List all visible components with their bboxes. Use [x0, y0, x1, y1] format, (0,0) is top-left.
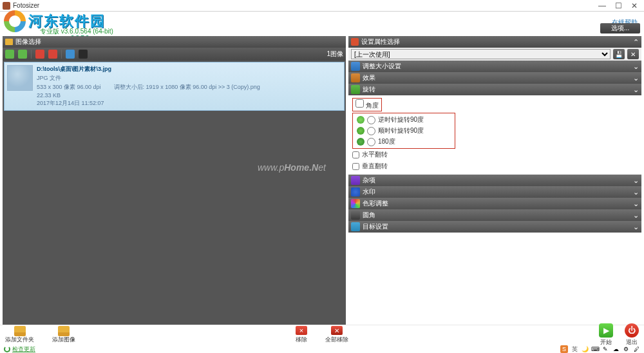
options-button[interactable]: 选项...	[600, 23, 640, 33]
section-label: 水印	[363, 187, 375, 196]
section-label: 旋转	[363, 85, 375, 94]
image-select-header: 图像选择	[3, 36, 346, 48]
expand-icon: ⌄	[633, 200, 639, 208]
profile-select[interactable]: [上一次使用]	[351, 49, 611, 59]
flip-v-label: 垂直翻转	[362, 162, 388, 171]
flip-v-checkbox[interactable]	[352, 163, 359, 170]
angle-checkbox[interactable]	[355, 99, 364, 108]
remove-all-label: 全部移除	[325, 336, 348, 344]
remove-all-icon[interactable]	[48, 50, 57, 59]
expand-icon: ⌄	[633, 62, 639, 71]
view-list-icon[interactable]	[66, 50, 75, 59]
toolbar-separator	[31, 50, 32, 59]
rotate-panel: 角度 逆时针旋转90度 顺时针旋转90度 180度	[348, 95, 641, 175]
section-misc[interactable]: 杂项 ⌄	[348, 175, 641, 186]
tray-icon[interactable]: 🌙	[581, 345, 589, 353]
remove-button[interactable]: 移除	[296, 326, 307, 344]
remove-all-button[interactable]: 全部移除	[325, 326, 348, 344]
image-count: 1图像	[327, 50, 343, 59]
brand-logo	[4, 10, 27, 33]
tray-icon[interactable]: ⌨	[591, 345, 599, 353]
view-thumb-icon[interactable]	[79, 50, 88, 59]
close-button[interactable]: ✕	[631, 1, 638, 10]
section-resize[interactable]: 调整大小设置 ⌄	[348, 61, 641, 72]
folder-icon	[5, 39, 13, 45]
add-file-icon[interactable]	[5, 50, 14, 59]
tray-icon[interactable]: ☁	[612, 345, 620, 353]
color-icon	[351, 199, 360, 208]
ime-icon[interactable]: S	[560, 345, 568, 353]
watermark-icon	[351, 187, 360, 196]
remove-all-icon	[331, 326, 343, 335]
section-label: 圆角	[363, 211, 375, 220]
expand-icon: ⌄	[633, 176, 639, 185]
section-label: 杂项	[363, 176, 375, 185]
check-update-link[interactable]: 检查更新	[12, 345, 35, 354]
item-type: JPG 文件	[37, 74, 260, 82]
rotate-cw-radio[interactable]	[367, 127, 375, 135]
rotate-180-icon	[357, 138, 365, 146]
folder-multi-icon	[58, 326, 70, 335]
app-icon	[3, 2, 10, 10]
tray-icon[interactable]: ⚙	[622, 345, 630, 353]
maximize-button[interactable]: ☐	[615, 1, 622, 10]
system-tray: S 英 🌙 ⌨ ✎ ☁ ⚙ 🖊	[560, 345, 640, 353]
section-dest[interactable]: 目标设置 ⌄	[348, 221, 641, 233]
right-blank	[348, 233, 641, 325]
minimize-button[interactable]: —	[598, 1, 606, 10]
misc-icon	[351, 176, 360, 185]
power-icon: ⏻	[625, 323, 639, 338]
folder-icon	[14, 326, 26, 335]
section-corner[interactable]: 圆角 ⌄	[348, 209, 641, 221]
profile-save-button[interactable]: 💾	[613, 49, 625, 59]
section-label: 调整大小设置	[363, 62, 401, 71]
expand-icon: ⌄	[633, 188, 639, 196]
add-folder-icon[interactable]	[18, 50, 27, 59]
exit-button[interactable]: ⏻ 退出	[625, 323, 639, 347]
window-title: Fotosizer	[13, 2, 39, 9]
settings-header: 设置属性选择 ⌃	[348, 36, 641, 48]
rotate-180-label: 180度	[378, 137, 395, 146]
item-dims: 533 x 300 像素 96.00 dpi	[37, 83, 101, 91]
corner-icon	[351, 211, 360, 220]
add-files-label: 添加文件夹	[5, 336, 34, 344]
collapse-all-icon[interactable]: ⌃	[633, 38, 639, 46]
rotate-ccw-label: 逆时针旋转90度	[378, 115, 424, 124]
resize-icon	[351, 62, 360, 71]
remove-icon	[296, 326, 307, 335]
start-button[interactable]: ▶ 开始	[599, 323, 613, 347]
settings-title: 设置属性选择	[361, 37, 400, 46]
section-rotate[interactable]: 旋转 ⌄	[348, 84, 641, 95]
image-select-title: 图像选择	[15, 37, 41, 46]
add-images-button[interactable]: 添加图像	[52, 326, 75, 344]
expand-icon: ⌄	[633, 86, 639, 94]
play-icon: ▶	[599, 323, 613, 338]
item-path: D:\tools\桌面\图片素材\3.jpg	[37, 65, 260, 73]
profile-delete-button[interactable]: ✕	[627, 49, 639, 59]
section-watermark[interactable]: 水印 ⌄	[348, 186, 641, 198]
add-files-button[interactable]: 添加文件夹	[5, 326, 34, 344]
rotate-ccw-radio[interactable]	[367, 116, 375, 124]
tray-icon[interactable]: ✎	[601, 345, 609, 353]
tray-icon[interactable]: 🖊	[632, 345, 640, 353]
item-date: 2017年12月14日 11:52:07	[37, 99, 260, 108]
rotate-cw-icon	[357, 127, 365, 135]
angle-title: 角度	[366, 102, 379, 109]
remove-label: 移除	[296, 336, 307, 344]
section-label: 色彩调整	[363, 199, 388, 208]
ime-lang[interactable]: 英	[571, 345, 578, 353]
expand-icon: ⌄	[633, 74, 639, 82]
item-size: 22.33 KB	[37, 92, 260, 99]
section-label: 效果	[363, 73, 375, 82]
rotate-180-radio[interactable]	[367, 138, 375, 146]
image-item[interactable]: D:\tools\桌面\图片素材\3.jpg JPG 文件 533 x 300 …	[4, 62, 345, 111]
section-color[interactable]: 色彩调整 ⌄	[348, 198, 641, 209]
resize-value: 1919 x 1080 像素 96.00 dpi >> 3 (Copy).png	[146, 84, 260, 90]
section-label: 目标设置	[363, 222, 388, 231]
expand-icon: ⌄	[633, 223, 639, 231]
rotate-icon	[351, 85, 360, 94]
resize-label: 调整大小后:	[114, 84, 145, 90]
remove-icon[interactable]	[35, 50, 44, 59]
section-effects[interactable]: 效果 ⌄	[348, 72, 641, 84]
flip-h-checkbox[interactable]	[352, 151, 359, 158]
